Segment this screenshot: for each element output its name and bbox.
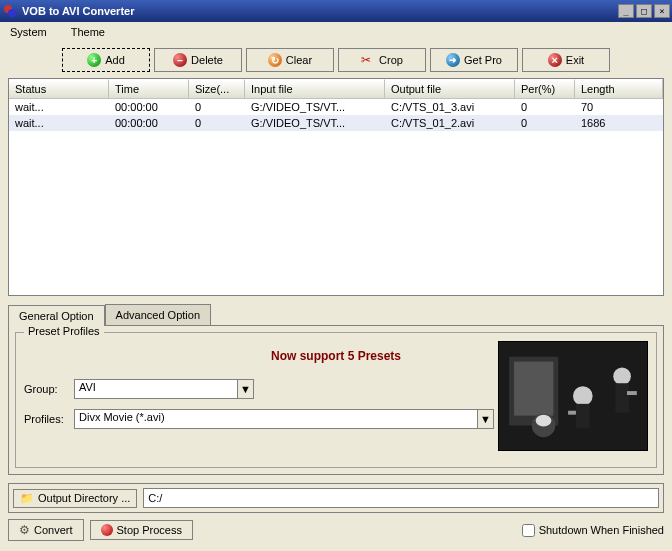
delete-button[interactable]: Delete — [154, 48, 242, 72]
group-label: Group: — [24, 383, 70, 395]
app-icon — [2, 3, 18, 19]
video-preview — [498, 341, 648, 451]
shutdown-label: Shutdown When Finished — [539, 524, 664, 536]
cell-time: 00:00:00 — [109, 99, 189, 115]
stop-button[interactable]: Stop Process — [90, 520, 193, 540]
stop-label: Stop Process — [117, 524, 182, 536]
svg-point-1 — [8, 9, 16, 17]
minimize-button[interactable]: _ — [618, 4, 634, 18]
svg-rect-11 — [615, 383, 629, 412]
col-time[interactable]: Time — [109, 79, 189, 98]
folder-icon — [20, 492, 34, 505]
col-size[interactable]: Size(... — [189, 79, 245, 98]
cell-input: G:/VIDEO_TS/VT... — [245, 99, 385, 115]
exit-label: Exit — [566, 54, 584, 66]
svg-rect-8 — [576, 404, 590, 429]
cell-input: G:/VIDEO_TS/VT... — [245, 115, 385, 131]
svg-rect-12 — [627, 391, 637, 395]
output-directory-button[interactable]: Output Directory ... — [13, 489, 137, 508]
cell-output: C:/VTS_01_2.avi — [385, 115, 515, 131]
cell-output: C:/VTS_01_3.avi — [385, 99, 515, 115]
menu-theme[interactable]: Theme — [65, 24, 111, 40]
close-button[interactable]: × — [654, 4, 670, 18]
group-select[interactable]: AVI ▼ — [74, 379, 254, 399]
table-row[interactable]: wait...00:00:000G:/VIDEO_TS/VT...C:/VTS_… — [9, 115, 663, 131]
exit-icon — [548, 53, 562, 67]
output-path-input[interactable] — [143, 488, 659, 508]
table-header: Status Time Size(... Input file Output f… — [9, 79, 663, 99]
cell-length: 1686 — [575, 115, 663, 131]
preset-legend: Preset Profiles — [24, 325, 104, 337]
add-button[interactable]: Add — [62, 48, 150, 72]
crop-icon — [361, 53, 375, 67]
cell-per: 0 — [515, 99, 575, 115]
clear-button[interactable]: Clear — [246, 48, 334, 72]
cell-size: 0 — [189, 99, 245, 115]
file-table[interactable]: Status Time Size(... Input file Output f… — [8, 78, 664, 296]
tab-content: Preset Profiles Now support 5 Presets Gr… — [8, 325, 664, 475]
window-controls: _ □ × — [618, 4, 670, 18]
add-label: Add — [105, 54, 125, 66]
group-value: AVI — [74, 379, 238, 399]
svg-rect-4 — [514, 362, 553, 416]
clear-icon — [268, 53, 282, 67]
getpro-label: Get Pro — [464, 54, 502, 66]
convert-button[interactable]: Convert — [8, 519, 84, 541]
shutdown-checkbox-row: Shutdown When Finished — [522, 524, 664, 537]
output-row: Output Directory ... — [8, 483, 664, 513]
bottom-area: Output Directory ... Convert Stop Proces… — [8, 483, 664, 541]
cell-length: 70 — [575, 99, 663, 115]
col-input[interactable]: Input file — [245, 79, 385, 98]
getpro-icon — [446, 53, 460, 67]
profiles-select[interactable]: Divx Movie (*.avi) ▼ — [74, 409, 494, 429]
profiles-value: Divx Movie (*.avi) — [74, 409, 478, 429]
add-icon — [87, 53, 101, 67]
table-row[interactable]: wait...00:00:000G:/VIDEO_TS/VT...C:/VTS_… — [9, 99, 663, 115]
cell-status: wait... — [9, 115, 109, 131]
gear-icon — [19, 523, 30, 537]
svg-rect-9 — [568, 411, 576, 415]
option-tabs: General Option Advanced Option — [8, 304, 664, 325]
getpro-button[interactable]: Get Pro — [430, 48, 518, 72]
convert-label: Convert — [34, 524, 73, 536]
svg-point-10 — [613, 368, 631, 386]
svg-point-7 — [573, 386, 593, 406]
cell-per: 0 — [515, 115, 575, 131]
chevron-down-icon[interactable]: ▼ — [478, 409, 494, 429]
delete-icon — [173, 53, 187, 67]
preset-fieldset: Preset Profiles Now support 5 Presets Gr… — [15, 332, 657, 468]
cell-status: wait... — [9, 99, 109, 115]
delete-label: Delete — [191, 54, 223, 66]
col-per[interactable]: Per(%) — [515, 79, 575, 98]
tab-advanced[interactable]: Advanced Option — [105, 304, 211, 325]
crop-button[interactable]: Crop — [338, 48, 426, 72]
toolbar: Add Delete Clear Crop Get Pro Exit — [8, 48, 664, 72]
chevron-down-icon[interactable]: ▼ — [238, 379, 254, 399]
svg-point-6 — [536, 415, 552, 427]
menu-system[interactable]: System — [4, 24, 53, 40]
clear-label: Clear — [286, 54, 312, 66]
profiles-label: Profiles: — [24, 413, 70, 425]
exit-button[interactable]: Exit — [522, 48, 610, 72]
window-title: VOB to AVI Converter — [22, 5, 618, 17]
cell-time: 00:00:00 — [109, 115, 189, 131]
col-output[interactable]: Output file — [385, 79, 515, 98]
crop-label: Crop — [379, 54, 403, 66]
tab-general[interactable]: General Option — [8, 305, 105, 326]
shutdown-checkbox[interactable] — [522, 524, 535, 537]
col-status[interactable]: Status — [9, 79, 109, 98]
col-length[interactable]: Length — [575, 79, 663, 98]
stop-icon — [101, 524, 113, 536]
cell-size: 0 — [189, 115, 245, 131]
output-button-label: Output Directory ... — [38, 492, 130, 504]
titlebar: VOB to AVI Converter _ □ × — [0, 0, 672, 22]
action-row: Convert Stop Process Shutdown When Finis… — [8, 519, 664, 541]
menubar: System Theme — [0, 22, 672, 42]
maximize-button[interactable]: □ — [636, 4, 652, 18]
